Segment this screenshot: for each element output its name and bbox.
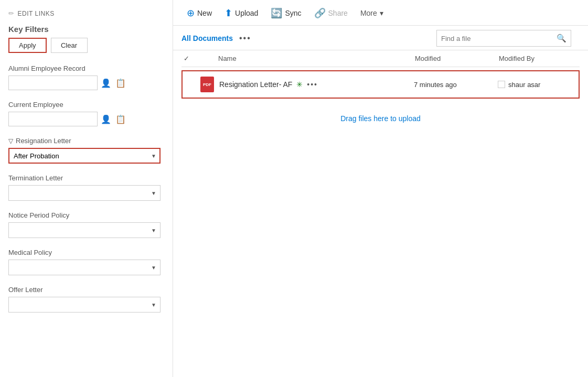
more-button[interactable]: More ▾ [355,6,389,20]
sync-button[interactable]: 🔄 Sync [265,4,306,22]
current-employee-input[interactable] [8,112,98,126]
filter-label-medical: Medical Policy [8,249,164,256]
filter-offer-letter: Offer Letter [0,282,173,319]
search-box: 🔍 [436,30,571,47]
header-modified: Modified [415,55,499,62]
new-icon: ⊕ [187,7,195,19]
main-content: ⊕ New ⬆ Upload 🔄 Sync 🔗 Share More ▾ All… [173,0,588,377]
header-checkmark-icon: ✓ [184,55,189,62]
row-ellipsis-icon[interactable]: ••• [307,80,318,89]
sync-label: Sync [285,9,301,17]
more-chevron-icon: ▾ [380,9,383,17]
filter-alumni-employee-record: Alumni Employee Record 👤 📋 [0,60,173,96]
search-input[interactable] [437,33,552,45]
filter-label-alumni: Alumni Employee Record [8,64,164,72]
medical-policy-select[interactable] [8,260,161,275]
upload-button[interactable]: ⬆ Upload [219,4,263,22]
termination-select-wrapper [8,185,161,201]
table-row[interactable]: PDF Resignation Letter- AF ✳ ••• 7 minut… [181,70,580,99]
header-modified-by: Modified By [499,55,578,62]
alumni-employee-input[interactable] [8,76,98,90]
row-modified: 7 minutes ago [414,81,498,89]
document-name[interactable]: Resignation Letter- AF [219,80,292,89]
row-name-cell: Resignation Letter- AF ✳ ••• [219,80,414,89]
filter-funnel-icon: ▽ [8,137,13,145]
filter-label-notice-period: Notice Period Policy [8,211,164,219]
resignation-select-wrapper: -- Select -- After Probation Before Prob… [8,148,161,164]
modified-by-name: shaur asar [508,81,540,89]
pencil-icon: ✏ [8,9,15,17]
current-employee-person-btn[interactable]: 👤 [100,113,112,125]
search-button[interactable]: 🔍 [552,31,571,45]
edit-links-row: ✏ EDIT LINKS [0,5,173,23]
header-name: Name [218,55,415,62]
notice-period-select-wrapper [8,222,161,238]
filter-medical-policy: Medical Policy [0,244,173,282]
row-icon-cell: PDF [200,77,219,92]
share-button[interactable]: 🔗 Share [309,4,353,22]
apply-button[interactable]: Apply [8,38,47,53]
all-documents-link[interactable]: All Documents [181,34,233,42]
sync-icon: 🔄 [271,7,282,19]
drag-drop-hint: Drag files here to upload [181,99,580,138]
filter-termination-letter: Termination Letter [0,170,173,207]
edit-links-label: EDIT LINKS [18,10,55,17]
current-employee-list-btn[interactable]: 📋 [114,113,127,125]
document-table: ✓ Name Modified Modified By PDF Resignat… [173,50,588,377]
alumni-list-icon-btn[interactable]: 📋 [114,77,127,89]
filter-resignation-letter: ▽ Resignation Letter -- Select -- After … [0,133,173,170]
medical-policy-select-wrapper [8,260,161,275]
row-modified-by: shaur asar [498,81,576,89]
filter-label-current-employee: Current Employee [8,101,164,109]
termination-letter-select[interactable] [8,185,161,201]
clear-button[interactable]: Clear [51,38,88,53]
more-label: More [360,9,377,17]
share-label: Share [328,9,348,17]
filter-label-resignation: ▽ Resignation Letter [8,137,164,145]
current-employee-input-row: 👤 📋 [8,112,164,126]
filter-label-offer-letter: Offer Letter [8,286,164,294]
docs-bar: All Documents ••• 🔍 [173,26,588,50]
share-icon: 🔗 [314,7,326,19]
new-label: New [197,9,212,17]
new-button[interactable]: ⊕ New [181,4,217,22]
apply-clear-row: Apply Clear [0,38,173,60]
green-asterisk-icon: ✳ [296,80,303,89]
upload-icon: ⬆ [224,7,232,19]
notice-period-select[interactable] [8,222,161,238]
sidebar: ✏ EDIT LINKS Key Filters Apply Clear Alu… [0,0,173,377]
filter-notice-period: Notice Period Policy [0,207,173,244]
alumni-person-icon-btn[interactable]: 👤 [100,77,112,89]
upload-label: Upload [235,9,258,17]
row-modifiedby-checkbox[interactable] [498,81,505,88]
offer-letter-select[interactable] [8,297,161,313]
filter-label-termination: Termination Letter [8,174,164,182]
table-header: ✓ Name Modified Modified By [181,50,580,67]
pdf-icon: PDF [200,77,214,92]
resignation-letter-select[interactable]: -- Select -- After Probation Before Prob… [8,148,161,164]
header-check: ✓ [184,55,199,62]
key-filters-heading: Key Filters [0,23,173,38]
alumni-input-row: 👤 📋 [8,76,164,90]
toolbar: ⊕ New ⬆ Upload 🔄 Sync 🔗 Share More ▾ [173,0,588,26]
docs-ellipsis[interactable]: ••• [239,34,251,43]
filter-current-employee: Current Employee 👤 📋 [0,96,173,133]
offer-letter-select-wrapper [8,297,161,313]
